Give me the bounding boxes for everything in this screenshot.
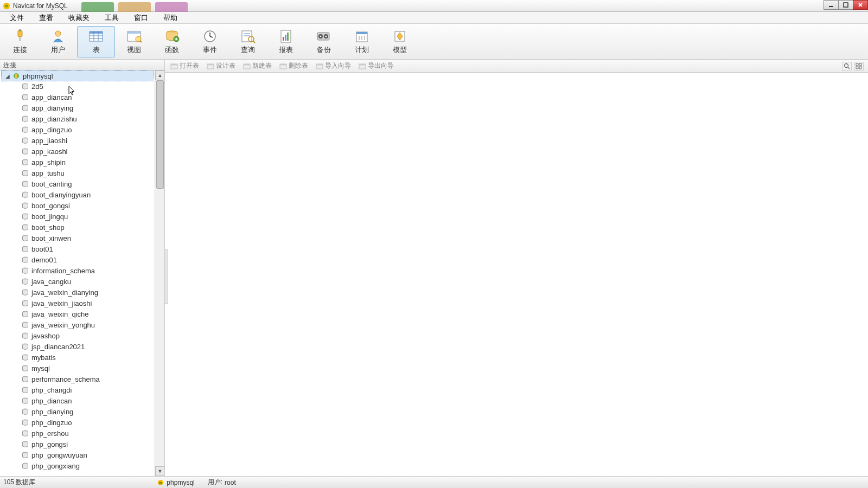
object-new-button[interactable]: 新建表: [240, 60, 275, 72]
toolbar-model-button[interactable]: 模型: [381, 26, 419, 57]
database-node[interactable]: boot_shop: [0, 222, 155, 233]
database-node[interactable]: java_weixin_dianying: [0, 287, 155, 298]
database-name-label: boot_jingqu: [31, 213, 68, 221]
database-icon: [21, 408, 29, 415]
database-node[interactable]: performance_schema: [0, 374, 155, 384]
menu-item[interactable]: 窗口: [126, 12, 156, 24]
database-node[interactable]: app_kaoshi: [0, 146, 155, 157]
database-name-label: mysql: [31, 364, 50, 373]
database-name-label: performance_schema: [31, 375, 100, 383]
scroll-thumb[interactable]: [156, 80, 164, 189]
database-node[interactable]: java_weixin_jiaoshi: [0, 298, 155, 309]
toolbar-connect-button[interactable]: 连接: [1, 26, 39, 57]
toolbar-backup-button[interactable]: 备份: [305, 26, 343, 57]
database-node[interactable]: php_changdi: [0, 384, 155, 395]
database-name-label: app_kaoshi: [31, 147, 68, 156]
database-node[interactable]: php_gongwuyuan: [0, 450, 155, 460]
object-export-button[interactable]: 导出向导: [355, 60, 397, 72]
database-node[interactable]: app_dianying: [0, 102, 155, 113]
status-connection-name: phpmysql: [167, 479, 194, 486]
bg-tab: [81, 2, 114, 12]
database-node[interactable]: boot_gongsi: [0, 200, 155, 211]
toolbar-schedule-button[interactable]: 计划: [343, 26, 381, 57]
toolbar-table-button[interactable]: 表: [77, 26, 115, 57]
database-node[interactable]: app_dingzuo: [0, 124, 155, 135]
vertical-scrollbar[interactable]: ▲ ▼: [155, 70, 164, 476]
database-node[interactable]: boot_jingqu: [0, 211, 155, 222]
database-node[interactable]: php_dingzuo: [0, 417, 155, 428]
status-db-count: 105 数据库: [3, 478, 35, 487]
object-import-button[interactable]: 导入向导: [312, 60, 354, 72]
database-node[interactable]: java_cangku: [0, 276, 155, 287]
object-design-button[interactable]: 设计表: [203, 60, 239, 72]
database-node[interactable]: jsp_diancan2021: [0, 341, 155, 352]
database-node[interactable]: php_dianying: [0, 406, 155, 417]
database-node[interactable]: php_ershou: [0, 428, 155, 439]
backup-icon: [316, 29, 332, 44]
database-node[interactable]: php_diancan: [0, 395, 155, 406]
database-name-label: jsp_diancan2021: [31, 343, 85, 351]
connection-panel: 连接 ◢phpmysql2d5app_diancanapp_dianyingap…: [0, 60, 165, 476]
database-node[interactable]: demo01: [0, 254, 155, 265]
database-node[interactable]: boot_dianyingyuan: [0, 189, 155, 200]
database-node[interactable]: php_gongxiang: [0, 460, 155, 471]
toolbar-query-button[interactable]: 查询: [229, 26, 267, 57]
view-mode-button[interactable]: [854, 62, 864, 70]
object-open-button[interactable]: 打开表: [167, 60, 202, 72]
database-node[interactable]: mybatis: [0, 352, 155, 363]
view-icon: [126, 29, 142, 44]
database-node[interactable]: 2d5: [0, 81, 155, 92]
database-node[interactable]: app_diancan: [0, 92, 155, 102]
maximize-button[interactable]: [838, 0, 853, 10]
database-icon: [21, 462, 29, 470]
database-node[interactable]: app_shipin: [0, 157, 155, 168]
database-name-label: php_gongxiang: [31, 462, 80, 470]
database-node[interactable]: java_weixin_qiche: [0, 309, 155, 319]
database-node[interactable]: boot_xinwen: [0, 233, 155, 243]
toolbar-function-button[interactable]: 函数: [153, 26, 191, 57]
svg-rect-30: [285, 35, 286, 41]
content-splitter-handle[interactable]: [165, 249, 168, 304]
database-node[interactable]: app_dianzishu: [0, 113, 155, 124]
menu-item[interactable]: 工具: [97, 12, 126, 24]
connection-node[interactable]: ◢phpmysql: [1, 70, 154, 81]
scroll-up-button[interactable]: ▲: [155, 70, 164, 80]
database-icon: [21, 256, 29, 264]
database-icon: [21, 321, 29, 329]
toolbar-event-button[interactable]: 事件: [191, 26, 229, 57]
database-icon: [21, 234, 29, 242]
database-icon: [21, 451, 29, 459]
minimize-button[interactable]: [824, 0, 839, 10]
svg-point-36: [326, 35, 327, 37]
database-node[interactable]: boot01: [0, 243, 155, 254]
object-delete-button[interactable]: 删除表: [276, 60, 311, 72]
close-button[interactable]: [853, 0, 868, 10]
database-icon: [21, 126, 29, 133]
menu-item[interactable]: 帮助: [156, 12, 185, 24]
svg-line-27: [253, 41, 255, 43]
database-node[interactable]: information_schema: [0, 265, 155, 276]
menu-item[interactable]: 收藏夹: [61, 12, 97, 24]
toolbar-user-button[interactable]: 用户: [39, 26, 77, 57]
toolbar-report-button[interactable]: 报表: [267, 26, 305, 57]
database-node[interactable]: boot_canting: [0, 178, 155, 189]
database-icon: [21, 397, 29, 404]
report-icon: [278, 29, 294, 44]
scroll-down-button[interactable]: ▼: [155, 466, 164, 476]
search-button[interactable]: [842, 62, 852, 70]
status-user-name: root: [225, 479, 236, 486]
sub-toolbar-label: 新建表: [252, 61, 272, 70]
database-node[interactable]: java_weixin_yonghu: [0, 319, 155, 330]
database-node[interactable]: php_gongsi: [0, 439, 155, 450]
database-node[interactable]: app_jiaoshi: [0, 135, 155, 146]
database-node[interactable]: app_tushu: [0, 168, 155, 178]
database-node[interactable]: mysql: [0, 363, 155, 374]
database-node[interactable]: javashop: [0, 330, 155, 341]
menu-item[interactable]: 查看: [31, 12, 61, 24]
database-icon: [21, 223, 29, 231]
menu-item[interactable]: 文件: [2, 12, 31, 24]
connection-icon: [12, 72, 21, 80]
toolbar-view-button[interactable]: 视图: [115, 26, 153, 57]
database-name-label: boot_gongsi: [31, 202, 70, 210]
status-bar: 105 数据库 phpmysql 用户: root: [0, 476, 868, 488]
